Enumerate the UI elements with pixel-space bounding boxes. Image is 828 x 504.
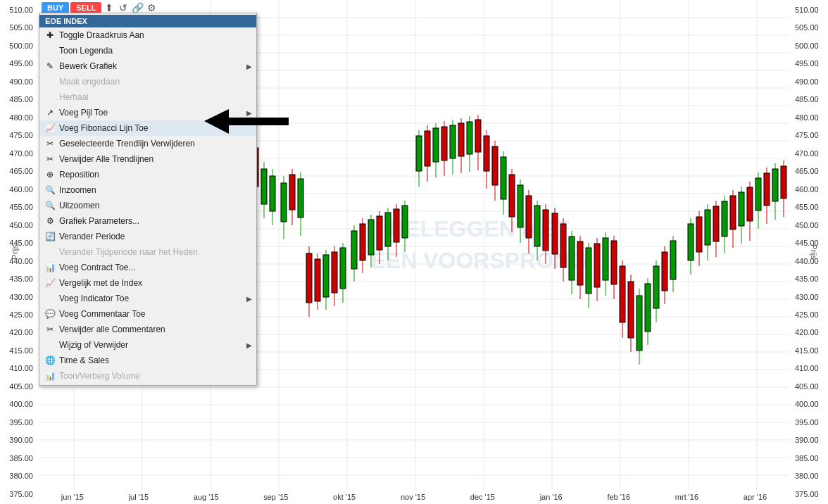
buy-button[interactable]: BUY (42, 2, 69, 13)
zoom-out-icon: 🔍 (44, 200, 56, 211)
undo-icon (44, 76, 56, 87)
menu-item-toggle-crosshair[interactable]: ✚ Toggle Draadkruis Aan (39, 27, 256, 43)
svg-rect-111 (368, 220, 374, 255)
add-contract-icon: 📊 (44, 262, 56, 273)
remove-trendlines-icon: ✂ (44, 153, 56, 165)
svg-rect-153 (552, 213, 558, 254)
menu-item-add-contract[interactable]: 📊 Voeg Contract Toe... (39, 260, 256, 275)
menu-item-undo[interactable]: Maak ongedaan (39, 74, 256, 89)
svg-rect-137 (484, 136, 489, 171)
add-fibonacci-icon: 📈 (44, 122, 56, 134)
menu-item-reposition[interactable]: ⊕ Reposition (39, 167, 256, 182)
svg-rect-163 (594, 244, 600, 287)
svg-rect-143 (509, 175, 515, 217)
svg-rect-175 (645, 284, 651, 332)
svg-rect-129 (450, 125, 456, 158)
change-timeperiod-icon (44, 246, 56, 258)
svg-rect-99 (315, 259, 320, 301)
svg-rect-103 (332, 252, 337, 293)
svg-rect-95 (298, 179, 303, 218)
menu-item-add-indicator[interactable]: Voeg Indicator Toe ▶ (39, 291, 256, 306)
menu-item-zoom-out[interactable]: 🔍 Uitzoomen (39, 198, 256, 213)
show-volume-icon: 📊 (44, 370, 56, 382)
svg-rect-133 (467, 122, 472, 154)
svg-rect-151 (543, 210, 548, 251)
zoom-in-icon: 🔍 (44, 184, 56, 196)
svg-rect-91 (281, 183, 287, 222)
svg-rect-93 (289, 175, 295, 210)
menu-item-remove-all-trendlines[interactable]: ✂ Verwijder Alle Trendlijnen (39, 151, 256, 167)
svg-rect-181 (670, 241, 676, 279)
svg-rect-131 (458, 123, 464, 156)
svg-rect-193 (730, 196, 736, 229)
menu-item-compare-index[interactable]: 📈 Vergelijk met de Index (39, 275, 256, 291)
svg-rect-113 (377, 216, 382, 250)
svg-rect-195 (739, 192, 744, 226)
svg-rect-187 (705, 210, 710, 245)
svg-rect-127 (441, 127, 447, 160)
svg-rect-107 (351, 231, 357, 269)
svg-rect-189 (713, 206, 719, 241)
reposition-icon: ⊕ (44, 169, 56, 180)
sell-button[interactable]: SELL (70, 2, 101, 13)
context-menu: EOE INDEX ✚ Toggle Draadkruis Aan Toon L… (39, 13, 257, 386)
prijs-right-label: Prijs (809, 244, 817, 259)
svg-rect-135 (475, 120, 481, 152)
menu-item-remove-comments[interactable]: ✂ Verwijder alle Commentaren (39, 322, 256, 337)
menu-item-show-legend[interactable]: Toon Legenda (39, 43, 256, 58)
add-comment-icon: 💬 (44, 308, 56, 320)
svg-rect-173 (636, 296, 642, 351)
svg-rect-171 (628, 282, 634, 338)
y-axis-left: 510.00 505.00 500.00 495.00 490.00 485.0… (0, 0, 39, 504)
menu-item-change-period[interactable]: 🔄 Verander Periode (39, 229, 256, 244)
svg-marker-206 (204, 109, 289, 134)
svg-rect-165 (603, 238, 608, 280)
add-indicator-arrow: ▶ (246, 295, 252, 303)
menu-item-chart-params[interactable]: ⚙ Grafiek Parameters... (39, 213, 256, 229)
prijs-left-label: Prijs (11, 244, 19, 259)
svg-rect-185 (696, 217, 702, 252)
menu-item-change-timeperiod[interactable]: Verander Tijdperiode naar het Heden (39, 244, 256, 260)
add-arrow-icon: ↗ (44, 107, 56, 118)
svg-rect-125 (433, 128, 439, 162)
add-indicator-icon (44, 293, 56, 304)
svg-rect-117 (394, 209, 399, 242)
redo-icon (44, 92, 56, 103)
svg-rect-149 (534, 206, 540, 246)
svg-rect-101 (323, 255, 329, 297)
svg-rect-145 (518, 185, 523, 227)
menu-item-show-volume[interactable]: 📊 Toon/Verberg Volume (39, 368, 256, 384)
compare-index-icon: 📈 (44, 277, 56, 289)
modify-remove-icon (44, 339, 56, 351)
svg-rect-119 (402, 206, 408, 238)
svg-rect-159 (577, 241, 583, 285)
svg-rect-203 (772, 169, 778, 201)
svg-rect-105 (340, 248, 346, 289)
change-period-icon: 🔄 (44, 231, 56, 242)
svg-rect-179 (662, 252, 667, 291)
chart-params-icon: ⚙ (44, 215, 56, 227)
menu-item-time-sales[interactable]: 🌐 Time & Sales (39, 353, 256, 368)
svg-rect-87 (261, 169, 267, 204)
svg-rect-147 (526, 196, 532, 238)
svg-rect-201 (764, 173, 770, 206)
svg-rect-197 (747, 187, 753, 221)
menu-item-add-comment[interactable]: 💬 Voeg Commentaar Toe (39, 306, 256, 322)
svg-rect-183 (688, 224, 694, 260)
svg-rect-177 (653, 266, 659, 308)
menu-item-edit-chart[interactable]: ✎ Bewerk Grafiek ▶ (39, 58, 256, 74)
toggle-crosshair-icon: ✚ (44, 30, 56, 41)
menu-item-zoom-in[interactable]: 🔍 Inzoomen (39, 182, 256, 198)
svg-rect-199 (755, 178, 761, 210)
menu-item-redo[interactable]: Herhaal (39, 89, 256, 105)
modify-remove-arrow: ▶ (246, 341, 252, 349)
svg-rect-169 (620, 266, 625, 322)
svg-rect-89 (270, 176, 275, 211)
svg-rect-191 (722, 201, 727, 237)
svg-rect-161 (586, 248, 591, 294)
menu-item-delete-trendline[interactable]: ✂ Geselecteerde Trendlijn Verwijderen (39, 136, 256, 151)
svg-rect-139 (492, 146, 498, 185)
svg-rect-121 (416, 136, 422, 171)
menu-item-modify-remove[interactable]: Wijzig of Verwijder ▶ (39, 337, 256, 353)
svg-rect-157 (569, 237, 575, 280)
